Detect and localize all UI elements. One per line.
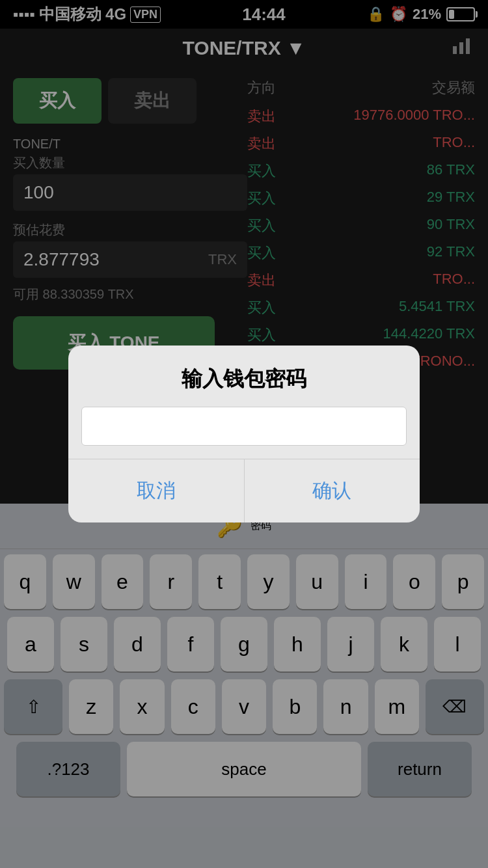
dialog-overlay: 输入钱包密码 取消 确认 xyxy=(0,0,488,868)
dialog-input-wrap xyxy=(68,407,420,459)
cancel-button[interactable]: 取消 xyxy=(68,459,245,522)
confirm-button[interactable]: 确认 xyxy=(245,459,420,522)
dialog-buttons: 取消 确认 xyxy=(68,459,420,522)
dialog-title: 输入钱包密码 xyxy=(68,346,420,407)
password-dialog: 输入钱包密码 取消 确认 xyxy=(68,346,420,522)
password-input[interactable] xyxy=(81,407,407,446)
